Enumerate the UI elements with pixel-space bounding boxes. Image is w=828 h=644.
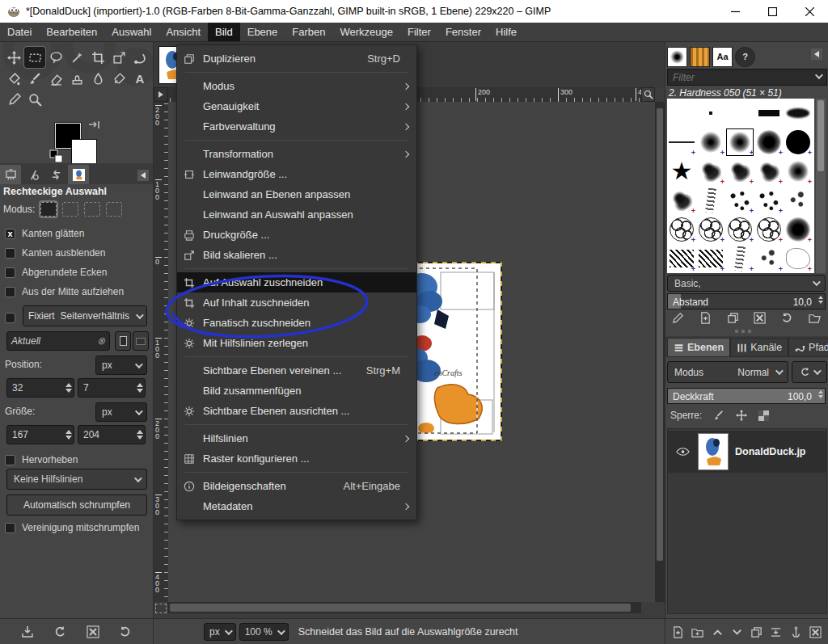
free-select-tool[interactable] (45, 47, 66, 68)
brush-swatch[interactable]: + (696, 128, 725, 157)
scrollbar-thumb[interactable] (657, 108, 663, 561)
menu-item-bild-skalieren[interactable]: Bild skalieren ... (177, 245, 416, 265)
mode-subtract-icon[interactable] (84, 202, 100, 217)
lock-pixels-icon[interactable] (713, 410, 724, 421)
menu-filter[interactable]: Filter (400, 23, 438, 41)
menu-auswahl[interactable]: Auswahl (104, 23, 158, 41)
scrollbar-thumb[interactable] (170, 604, 631, 612)
brush-swatch[interactable]: + (667, 244, 696, 273)
horizontal-scrollbar[interactable] (168, 602, 641, 613)
guides-dropdown[interactable]: Keine Hilfslinien (6, 469, 147, 490)
refresh-brushes-icon[interactable] (781, 312, 793, 324)
menu-item-leinwand-an-ebenen[interactable]: Leinwand an Ebenen anpassen (177, 184, 416, 204)
menu-ebene[interactable]: Ebene (240, 23, 285, 41)
menu-item-metadaten[interactable]: Metadaten (177, 496, 416, 516)
vertical-ruler[interactable]: 200 100 0 100 200 300 400 (154, 102, 168, 602)
brush-swatch[interactable]: + (696, 157, 725, 186)
brush-grid-scrollbar[interactable] (816, 99, 826, 273)
quick-mask-toggle[interactable] (155, 604, 167, 613)
menu-fenster[interactable]: Fenster (438, 23, 488, 41)
position-y-input[interactable]: 7 (78, 378, 146, 398)
fixed-aspect-control[interactable]: Fixiert Seitenverhältnis (23, 305, 147, 326)
mode-switch-button[interactable] (792, 361, 827, 383)
tab-paths[interactable]: Pfade (788, 338, 828, 357)
new-layer-icon[interactable] (672, 626, 684, 638)
duplicate-layer-icon[interactable] (750, 626, 763, 638)
brush-swatch[interactable]: + (784, 215, 813, 244)
brush-swatch[interactable]: + (784, 244, 813, 273)
brush-swatch[interactable] (784, 99, 813, 128)
brush-swatch[interactable] (754, 99, 784, 128)
size-unit-dropdown[interactable]: px (95, 402, 147, 422)
lock-position-icon[interactable] (736, 410, 747, 421)
delete-preset-icon[interactable] (87, 625, 99, 638)
menu-item-druckgroesse[interactable]: Druckgröße ... (177, 225, 416, 245)
layer-mode-dropdown[interactable]: Modus Normal (667, 361, 788, 383)
anchor-layer-icon[interactable] (790, 626, 802, 638)
scrollbar-thumb[interactable] (817, 100, 824, 171)
menu-datei[interactable]: Datei (0, 23, 39, 41)
lower-layer-icon[interactable] (731, 626, 743, 638)
rounded-corners-checkbox[interactable]: Abgerundete Ecken (5, 263, 107, 281)
paintbrush-tool[interactable] (24, 68, 45, 89)
handle-transform-tool[interactable] (129, 47, 150, 68)
smudge-tool[interactable] (87, 68, 108, 89)
tab-tool-options[interactable] (0, 165, 21, 184)
new-brush-icon[interactable] (699, 312, 712, 324)
brush-swatch[interactable]: + (667, 128, 696, 157)
brush-swatch[interactable]: + (725, 186, 754, 215)
menu-ansicht[interactable]: Ansicht (158, 23, 208, 41)
status-unit-dropdown[interactable]: px (204, 623, 236, 641)
save-preset-icon[interactable] (21, 625, 34, 638)
collapse-right-dock-button[interactable] (811, 48, 822, 60)
menu-farben[interactable]: Farben (285, 23, 332, 41)
merge-down-icon[interactable] (770, 626, 782, 638)
bucket-fill-tool[interactable] (3, 68, 24, 89)
shrink-merged-checkbox[interactable]: Vereinigung mitschrumpfen (5, 519, 139, 537)
clone-tool[interactable] (66, 68, 87, 89)
menu-werkzeuge[interactable]: Werkzeuge (333, 23, 401, 41)
menu-item-duplizieren[interactable]: Duplizieren Strg+D (177, 48, 416, 69)
menu-item-genauigkeit[interactable]: Genauigkeit (177, 96, 416, 116)
maximize-button[interactable] (754, 0, 791, 23)
menu-item-leinwandgroesse[interactable]: Leinwandgröße ... (177, 164, 416, 184)
minimize-button[interactable] (716, 0, 754, 23)
tab-brushes[interactable] (667, 47, 687, 67)
menu-bearbeiten[interactable]: Bearbeiten (39, 23, 104, 41)
move-tool[interactable] (3, 47, 24, 68)
color-picker-tool[interactable] (3, 89, 24, 110)
canvas-menu-button[interactable] (154, 87, 168, 102)
delete-layer-icon[interactable] (809, 626, 822, 638)
lock-alpha-icon[interactable] (758, 410, 769, 421)
menu-item-bildeigenschaften[interactable]: Bildeigenschaften Alt+Eingabe (177, 476, 416, 496)
brush-swatch[interactable]: + (784, 128, 813, 157)
brush-swatch[interactable]: + (667, 186, 696, 215)
tab-fonts[interactable]: Aa (712, 47, 733, 67)
spinner-arrows[interactable] (818, 390, 823, 398)
brush-swatch[interactable]: + (696, 215, 725, 244)
rectangle-select-tool[interactable] (24, 47, 45, 68)
brush-swatch[interactable] (696, 99, 725, 128)
tab-device-status[interactable] (23, 165, 44, 184)
position-unit-dropdown[interactable]: px (95, 356, 147, 375)
background-color-swatch[interactable] (71, 139, 97, 165)
brush-swatch[interactable]: ★ (667, 157, 696, 186)
duplicate-brush-icon[interactable] (727, 312, 739, 324)
ink-tool[interactable] (108, 68, 129, 89)
landscape-orientation-button[interactable] (133, 331, 149, 351)
dock-resize-grip[interactable] (735, 330, 751, 333)
brush-swatch[interactable]: + (725, 157, 754, 186)
fixed-checkbox[interactable] (5, 309, 22, 326)
menu-item-auf-auswahl-zuschneiden[interactable]: Auf Auswahl zuschneiden (177, 272, 416, 293)
menu-item-farbverwaltung[interactable]: Farbverwaltung (177, 116, 416, 137)
brush-swatch[interactable]: + (754, 244, 784, 273)
menu-item-sichtbare-ebenen-ausrichten[interactable]: Sichtbare Ebenen ausrichten ... (177, 401, 416, 421)
brush-swatch[interactable]: + (754, 186, 784, 215)
menu-bild[interactable]: Bild (208, 23, 240, 41)
brush-swatch[interactable]: + (696, 244, 725, 273)
zoom-follow-window-button[interactable] (641, 87, 655, 102)
highlight-checkbox[interactable]: Hervorheben (5, 451, 78, 469)
brush-swatch[interactable]: + (754, 215, 784, 244)
mode-intersect-icon[interactable] (106, 202, 122, 217)
tab-image-thumbnail[interactable] (68, 165, 89, 184)
